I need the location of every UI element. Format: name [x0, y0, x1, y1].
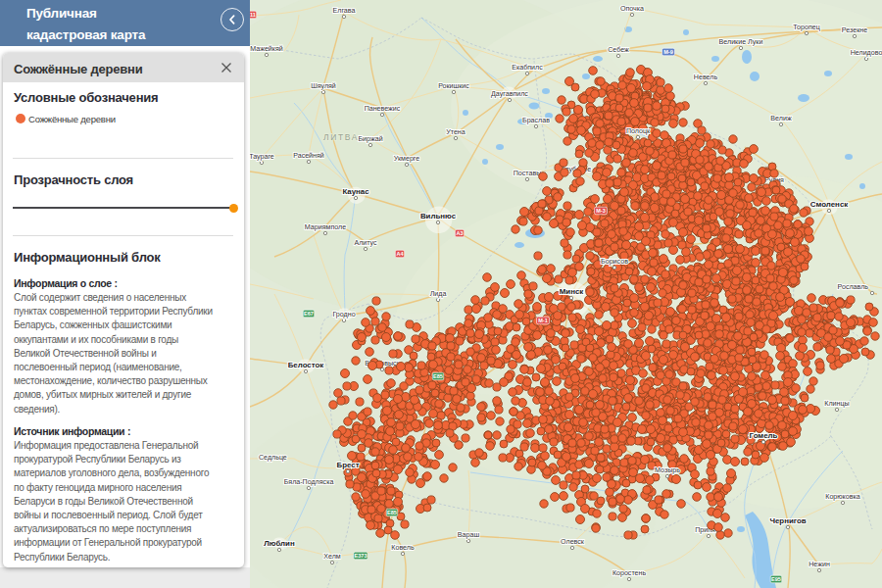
svg-text:А4: А4 [396, 251, 404, 257]
svg-text:Паневежис: Паневежис [365, 105, 401, 113]
svg-text:Вараш: Вараш [458, 531, 480, 539]
svg-text:М-1: М-1 [538, 318, 548, 323]
svg-text:Опочка: Опочка [620, 5, 644, 13]
svg-text:Минск: Минск [560, 287, 584, 296]
svg-text:Шяуляй: Шяуляй [311, 82, 336, 90]
svg-text:Гомель: Гомель [750, 431, 778, 440]
svg-text:Вильнюс: Вильнюс [420, 212, 457, 220]
svg-text:Поставы: Поставы [514, 170, 542, 177]
svg-text:ЛИТВА: ЛИТВА [323, 132, 359, 142]
svg-text:Себеж: Себеж [608, 46, 629, 54]
svg-text:Бяла-Подляска: Бяла-Подляска [284, 478, 334, 486]
svg-text:Браслав: Браслав [522, 117, 550, 124]
svg-text:Е373: Е373 [354, 553, 367, 559]
svg-text:Мажейкяй: Мажейкяй [250, 45, 283, 53]
svg-text:Брест: Брест [336, 461, 359, 469]
svg-text:Таураге: Таураге [250, 153, 274, 161]
svg-text:Люблин: Люблин [264, 539, 295, 548]
svg-text:Седльце: Седльце [259, 454, 287, 462]
svg-text:М-9: М-9 [663, 49, 673, 55]
svg-text:Екабпилс: Екабпилс [512, 64, 543, 72]
svg-text:Гродно: Гродно [332, 311, 355, 318]
svg-text:М-3: М-3 [596, 208, 606, 214]
svg-text:Клинцы: Клинцы [824, 400, 849, 408]
svg-text:Великие Луки: Великие Луки [719, 38, 763, 46]
svg-text:Биржай: Биржай [358, 135, 382, 143]
svg-text:Е85: Е85 [387, 510, 397, 515]
svg-text:Каунас: Каунас [342, 187, 369, 196]
svg-text:Олевск: Олевск [561, 538, 585, 546]
svg-text:Белосток: Белосток [288, 361, 324, 369]
svg-text:Е95: Е95 [771, 576, 781, 582]
svg-text:А11: А11 [250, 12, 256, 18]
svg-text:Елгава: Елгава [333, 7, 356, 15]
svg-text:Рославль: Рославль [838, 283, 869, 291]
svg-text:Нелидово: Нелидово [851, 49, 882, 57]
svg-text:Резекне: Резекне [842, 26, 867, 34]
svg-text:Рокишкис: Рокишкис [438, 82, 469, 90]
svg-text:Чернигов: Чернигов [769, 516, 806, 525]
svg-text:Торопец: Торопец [793, 24, 819, 31]
svg-text:Утена: Утена [446, 128, 466, 136]
svg-text:Смоленск: Смоленск [810, 200, 849, 209]
svg-text:Укмерге: Укмерге [394, 155, 419, 163]
svg-text:Расейняй: Расейняй [293, 152, 324, 160]
svg-text:Полоцк: Полоцк [626, 127, 651, 135]
svg-text:Е85: Е85 [433, 373, 443, 379]
svg-text:Невель: Невель [694, 74, 718, 81]
svg-text:Коростень: Коростень [612, 569, 647, 577]
svg-text:Мозырь: Мозырь [655, 466, 680, 474]
svg-text:Лида: Лида [430, 290, 447, 298]
svg-text:Даугавпилс: Даугавпилс [491, 90, 528, 98]
svg-text:Корюковка: Корюковка [825, 493, 859, 501]
svg-text:Ковель: Ковель [391, 544, 415, 552]
svg-text:Нежин: Нежин [808, 561, 830, 568]
svg-text:Хелм: Хелм [323, 553, 341, 561]
svg-text:Мариямполе: Мариямполе [305, 223, 346, 231]
svg-text:Алитус: Алитус [354, 239, 377, 247]
svg-text:Борисов: Борисов [601, 258, 628, 266]
svg-text:Велиж: Велиж [770, 115, 792, 122]
svg-text:Е67: Е67 [304, 311, 314, 317]
svg-text:А3: А3 [456, 230, 463, 236]
